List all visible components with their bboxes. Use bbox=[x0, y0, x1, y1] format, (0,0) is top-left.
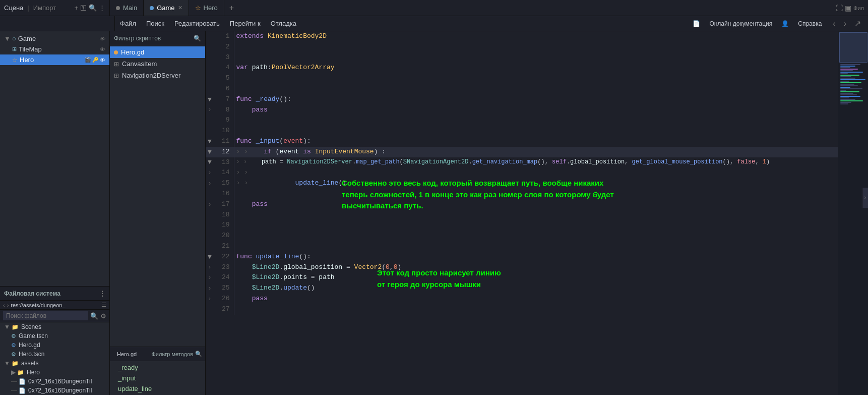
scene-tab[interactable]: Сцена bbox=[4, 4, 23, 12]
scenes-arrow-icon: ▼ bbox=[4, 323, 10, 330]
scene-node-game[interactable]: ▼ ○ Game 👁 bbox=[0, 33, 109, 44]
minimap-viewport bbox=[839, 32, 867, 63]
hero-subfolder-icon: 📁 bbox=[17, 369, 24, 376]
tab-hero-label: Hero bbox=[204, 4, 218, 12]
methods-filter-label: Фильтр методов bbox=[152, 351, 194, 357]
fs-item-dungeon2[interactable]: — 📄 0x72_16x16DungeonTil bbox=[0, 386, 109, 395]
game-node-name: Game bbox=[18, 35, 36, 42]
fs-game-tscn-name: Game.tscn bbox=[19, 332, 48, 340]
hero-eye-icon[interactable]: 👁 bbox=[100, 57, 105, 63]
fs-item-scenes[interactable]: ▼ 📁 Scenes bbox=[0, 322, 109, 331]
line-15: › 15 › › update_line() bbox=[206, 178, 838, 189]
script-item-hero-gd[interactable]: Hero.gd bbox=[110, 46, 205, 58]
menu-docs-btn[interactable]: Онлайн документация bbox=[704, 19, 777, 28]
hero-node-icon: ☆ bbox=[12, 57, 18, 64]
script-item-canvasitem[interactable]: ⊞ CanvasItem bbox=[110, 58, 205, 70]
fs-filter-icon[interactable]: ⚙ bbox=[100, 312, 106, 320]
linenum-2: 2 bbox=[214, 42, 234, 52]
menu-goto[interactable]: Перейти к bbox=[225, 20, 266, 27]
hero-key-icon[interactable]: 🔑 bbox=[92, 57, 98, 63]
fs-search-input[interactable] bbox=[3, 311, 88, 320]
line-3: 3 bbox=[206, 52, 838, 63]
game-dot bbox=[150, 6, 154, 10]
fs-item-game-tscn[interactable]: ⚙ Game.tscn bbox=[0, 331, 109, 341]
code-table: 1 extends KinematicBody2D 2 3 bbox=[206, 31, 838, 315]
fs-menu-icon[interactable]: ⋮ bbox=[99, 290, 105, 297]
script-canvasitem-name: CanvasItem bbox=[122, 60, 157, 68]
game-eye-icon[interactable]: 👁 bbox=[100, 36, 105, 42]
fs-item-dungeon1[interactable]: — 📄 0x72_16x16DungeonTil bbox=[0, 377, 109, 386]
menu-help-btn[interactable]: Справка bbox=[793, 19, 827, 28]
tab-add-button[interactable]: + bbox=[224, 4, 239, 13]
user-icon: 👤 bbox=[781, 20, 789, 27]
layout-icon[interactable]: ▣ bbox=[845, 4, 851, 12]
tilemap-eye-icon[interactable]: 👁 bbox=[100, 46, 105, 52]
line-23: › 23 $Line2D.global_position = Vector2(0… bbox=[206, 262, 838, 273]
line-13: ▼ 13 › › path = Navigation2DServer.map_g… bbox=[206, 157, 838, 168]
line-18: 18 bbox=[206, 210, 838, 220]
scene-add-icon[interactable]: + bbox=[74, 4, 78, 12]
fs-back-icon[interactable]: ‹ bbox=[3, 302, 5, 308]
fs-forward-icon[interactable]: › bbox=[7, 302, 9, 308]
script-nav2d-name: Navigation2DServer bbox=[122, 72, 180, 79]
code-content[interactable]: 1 extends KinematicBody2D 2 3 bbox=[206, 31, 838, 395]
menu-edit[interactable]: Редактировать bbox=[169, 20, 225, 27]
line-16: 16 bbox=[206, 189, 838, 199]
method-ready[interactable]: _ready bbox=[110, 362, 205, 373]
fs-item-hero-gd[interactable]: ⚙ Hero.gd bbox=[0, 341, 109, 350]
tab-hero[interactable]: ☆ Hero bbox=[189, 0, 224, 16]
methods-search-icon[interactable]: 🔍 bbox=[195, 351, 202, 357]
scene-node-hero[interactable]: ☆ Hero 🎬 🔑 👁 bbox=[0, 54, 109, 65]
scripts-header: Фильтр скриптов 🔍 bbox=[110, 31, 205, 45]
main-dot bbox=[116, 6, 120, 10]
fullscreen-icon[interactable]: ⛶ bbox=[836, 4, 843, 12]
fs-item-assets[interactable]: ▼ 📁 assets bbox=[0, 359, 109, 368]
method-input[interactable]: _input bbox=[110, 373, 205, 383]
fold-7[interactable]: ▼ bbox=[206, 94, 214, 105]
fold-1[interactable] bbox=[206, 31, 214, 42]
minimap-collapse-btn[interactable]: › bbox=[862, 188, 868, 208]
hero-gd-dot bbox=[114, 50, 118, 54]
nav2d-icon: ⊞ bbox=[114, 72, 119, 79]
scene-node-tilemap[interactable]: ⊞ TileMap 👁 bbox=[0, 44, 109, 54]
nav-up-btn[interactable]: ↗ bbox=[852, 19, 863, 28]
script-item-nav2d[interactable]: ⊞ Navigation2DServer bbox=[110, 70, 205, 81]
fs-hero-folder-name: Hero bbox=[27, 369, 40, 376]
tab-game[interactable]: Game ✕ bbox=[144, 0, 189, 16]
method-update-line[interactable]: update_line bbox=[110, 383, 205, 394]
tab-game-close[interactable]: ✕ bbox=[178, 5, 182, 11]
nav-back-btn[interactable]: ‹ bbox=[831, 19, 837, 28]
dungeon2-dash-icon: — bbox=[11, 387, 17, 394]
collapse-arrow-icon: › bbox=[864, 195, 866, 200]
scene-filter-icon[interactable]: 🔍 bbox=[89, 4, 97, 12]
left-panel: ▼ ○ Game 👁 ⊞ TileMap 👁 ☆ Hero 🎬 bbox=[0, 31, 110, 395]
scene-menu-icon[interactable]: ⋮ bbox=[99, 4, 105, 12]
menu-file[interactable]: Файл bbox=[115, 20, 141, 27]
line-27: 27 bbox=[206, 304, 838, 315]
fs-assets-name: assets bbox=[21, 360, 39, 367]
tab-main[interactable]: Main bbox=[110, 0, 144, 16]
right-minimap: › bbox=[838, 31, 868, 395]
assets-arrow-icon: ▼ bbox=[4, 360, 10, 367]
line-20: 20 bbox=[206, 231, 838, 241]
menu-debug[interactable]: Отладка bbox=[266, 20, 301, 27]
hero-folder-arrow-icon: ▶ bbox=[11, 369, 16, 376]
hero-film-icon[interactable]: 🎬 bbox=[85, 57, 91, 63]
nav-forward-btn[interactable]: › bbox=[842, 19, 848, 28]
line-22: ▼ 22 func update_line(): bbox=[206, 252, 838, 262]
line-9: 9 bbox=[206, 115, 838, 126]
fs-search-icon[interactable]: 🔍 bbox=[90, 312, 98, 320]
minimap-content[interactable] bbox=[839, 32, 867, 394]
menu-search[interactable]: Поиск bbox=[141, 20, 169, 27]
canvasitem-icon: ⊞ bbox=[114, 61, 119, 68]
fs-item-hero-folder[interactable]: ▶ 📁 Hero bbox=[0, 368, 109, 377]
assets-folder-icon: 📁 bbox=[12, 360, 19, 367]
import-tab[interactable]: Импорт bbox=[33, 4, 56, 12]
scene-link-icon[interactable]: ⚿ bbox=[80, 4, 87, 12]
scripts-search-icon[interactable]: 🔍 bbox=[194, 35, 201, 42]
fs-layout-icon[interactable]: ☰ bbox=[101, 302, 106, 308]
linecontent-4: var path:PoolVector2Array bbox=[234, 63, 838, 73]
hero-gd-icon: ⚙ bbox=[11, 342, 16, 349]
fs-item-hero-tscn[interactable]: ⚙ Hero.tscn bbox=[0, 350, 109, 359]
line-11: ▼ 11 func _input(event): bbox=[206, 136, 838, 147]
